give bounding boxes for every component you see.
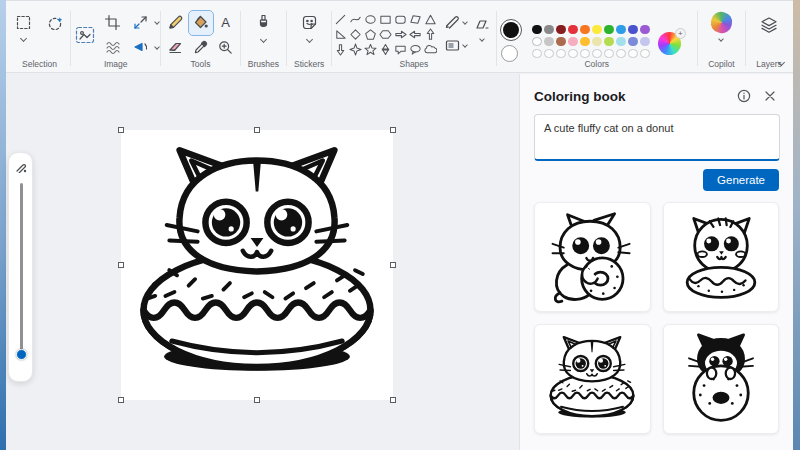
foreground-color-selector[interactable]	[500, 19, 522, 41]
color-swatch[interactable]	[556, 25, 566, 35]
shape-arrow-down[interactable]	[334, 43, 347, 56]
shape-rounded-rectangle[interactable]	[394, 13, 407, 26]
color-swatch[interactable]	[604, 37, 614, 47]
color-swatch-empty[interactable]	[544, 49, 554, 59]
color-swatch[interactable]	[568, 25, 578, 35]
stickers-dropdown-chevron-icon[interactable]	[306, 36, 313, 43]
color-swatch[interactable]	[544, 37, 554, 47]
shape-outline-dropdown[interactable]	[444, 14, 467, 31]
stickers-button[interactable]	[297, 10, 321, 34]
copilot-button[interactable]	[709, 10, 733, 34]
selection-handle[interactable]	[118, 397, 124, 403]
remove-background-button[interactable]	[101, 36, 125, 60]
layers-button[interactable]	[757, 13, 781, 37]
color-swatch-empty[interactable]	[628, 49, 638, 59]
color-swatch[interactable]	[616, 25, 626, 35]
shape-pentagon[interactable]	[364, 28, 377, 41]
shape-cloud[interactable]	[424, 43, 437, 56]
fill-tool-button[interactable]	[189, 11, 213, 35]
color-swatch[interactable]	[640, 25, 650, 35]
image-options-button[interactable]	[70, 20, 100, 50]
color-swatch-empty[interactable]	[640, 49, 650, 59]
brushes-dropdown-chevron-icon[interactable]	[260, 36, 267, 43]
pencil-tool-button[interactable]	[164, 11, 188, 35]
shape-line[interactable]	[334, 13, 347, 26]
size-slider-track[interactable]	[20, 183, 23, 355]
shape-options-icon[interactable]	[473, 16, 490, 33]
color-swatch-empty[interactable]	[556, 49, 566, 59]
canvas-image[interactable]	[121, 130, 393, 400]
brushes-button[interactable]	[251, 10, 275, 34]
shape-ellipse[interactable]	[364, 13, 377, 26]
color-swatch[interactable]	[580, 25, 590, 35]
thumbnail-cat-in-donut[interactable]	[534, 324, 651, 434]
shape-star-5[interactable]	[364, 43, 377, 56]
shape-star-6[interactable]	[379, 43, 392, 56]
color-swatch-empty[interactable]	[568, 49, 578, 59]
color-swatch[interactable]	[568, 37, 578, 47]
color-swatch[interactable]	[556, 37, 566, 47]
color-swatch-empty[interactable]	[580, 49, 590, 59]
color-swatch[interactable]	[592, 37, 602, 47]
size-slider-thumb[interactable]	[16, 349, 27, 360]
prompt-input[interactable]: A cute fluffy cat on a donut	[534, 114, 780, 161]
thumbnail-cat-hugging-donut[interactable]	[534, 202, 651, 312]
shape-fill-dropdown[interactable]	[444, 37, 467, 54]
generate-button[interactable]: Generate	[703, 169, 779, 191]
shape-callout-rect[interactable]	[394, 43, 407, 56]
color-swatch[interactable]	[616, 37, 626, 47]
shape-diamond[interactable]	[349, 28, 362, 41]
selection-handle[interactable]	[254, 397, 260, 403]
selected-image[interactable]	[121, 130, 393, 400]
shape-arrow-right[interactable]	[394, 28, 407, 41]
shape-hexagon[interactable]	[379, 28, 392, 41]
color-swatch[interactable]	[628, 25, 638, 35]
shape-rectangle[interactable]	[379, 13, 392, 26]
selection-handle[interactable]	[390, 262, 396, 268]
color-swatch[interactable]	[532, 37, 542, 47]
color-picker-button[interactable]	[189, 36, 213, 60]
resize-dropdown-chevron-icon[interactable]	[154, 19, 160, 25]
color-swatch-empty[interactable]	[604, 49, 614, 59]
color-swatch[interactable]	[604, 25, 614, 35]
text-tool-button[interactable]: A	[214, 11, 238, 35]
rotate-flip-button[interactable]	[129, 36, 153, 60]
rotate-dropdown-chevron-icon[interactable]	[154, 44, 160, 50]
shape-triangle[interactable]	[424, 13, 437, 26]
color-swatch-empty[interactable]	[592, 49, 602, 59]
color-swatch-empty[interactable]	[532, 49, 542, 59]
selection-handle[interactable]	[390, 397, 396, 403]
close-panel-button[interactable]	[761, 87, 779, 105]
select-button[interactable]	[12, 10, 36, 34]
selection-handle[interactable]	[118, 262, 124, 268]
shape-arrow-up[interactable]	[424, 28, 437, 41]
shape-options-chevron-icon[interactable]	[479, 36, 485, 42]
color-swatch[interactable]	[544, 25, 554, 35]
magnifier-tool-button[interactable]	[214, 36, 238, 60]
shape-callout-oval[interactable]	[409, 43, 422, 56]
color-swatch[interactable]	[628, 37, 638, 47]
resize-button[interactable]	[129, 11, 153, 35]
shape-arrow-left[interactable]	[409, 28, 422, 41]
selection-handle[interactable]	[390, 127, 396, 133]
canvas-area[interactable]	[6, 74, 519, 450]
info-button[interactable]	[735, 87, 753, 105]
copilot-dropdown-chevron-icon[interactable]	[719, 36, 725, 42]
crop-button[interactable]	[101, 11, 125, 35]
thumbnail-fluffy-cat-on-donut[interactable]	[663, 202, 780, 312]
color-swatch[interactable]	[592, 25, 602, 35]
thumbnail-black-cat-behind-donut[interactable]	[663, 324, 780, 434]
shape-star-4[interactable]	[349, 43, 362, 56]
color-swatch[interactable]	[580, 37, 590, 47]
color-swatch[interactable]	[640, 37, 650, 47]
edit-colors-button[interactable]: +	[658, 28, 686, 58]
shape-quadrilateral[interactable]	[409, 13, 422, 26]
smart-select-button[interactable]	[44, 11, 68, 35]
eraser-tool-button[interactable]	[164, 36, 188, 60]
select-dropdown-chevron-icon[interactable]	[20, 35, 27, 42]
color-swatch[interactable]	[532, 25, 542, 35]
shape-right-triangle[interactable]	[334, 28, 347, 41]
selection-handle[interactable]	[118, 127, 124, 133]
selection-handle[interactable]	[254, 127, 260, 133]
shape-curve[interactable]	[349, 13, 362, 26]
